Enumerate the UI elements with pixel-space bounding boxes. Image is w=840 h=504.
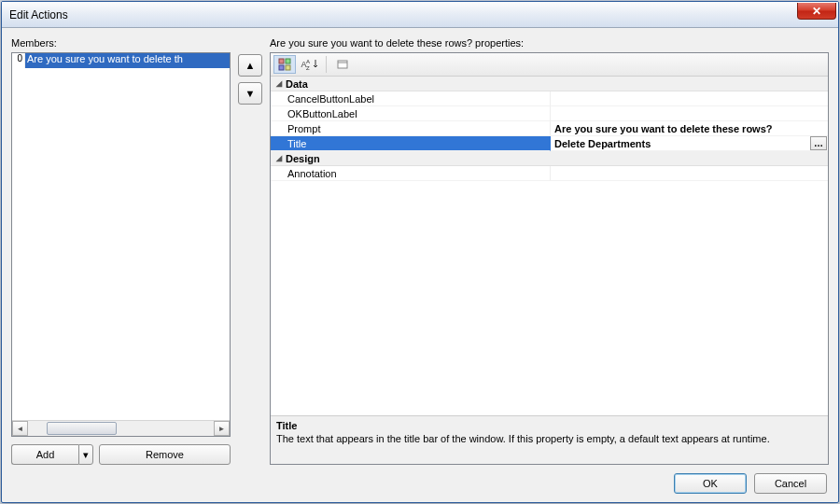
propgrid-toolbar: A AZ — [271, 53, 828, 77]
property-pages-button[interactable] — [331, 55, 354, 74]
chevron-left-icon: ◄ — [17, 425, 24, 433]
add-button[interactable]: Add — [11, 444, 78, 465]
cancel-button[interactable]: Cancel — [754, 473, 827, 494]
svg-text:A: A — [306, 59, 310, 64]
properties-header: Are you sure you want to delete these ro… — [270, 37, 829, 49]
arrow-down-icon: ▼ — [245, 88, 256, 99]
dialog-window: Edit Actions ✕ Members: 0 Are you sure y… — [1, 1, 839, 503]
svg-rect-0 — [279, 59, 284, 63]
pages-icon — [336, 58, 349, 71]
description-title: Title — [276, 420, 822, 431]
ellipsis-button[interactable]: … — [810, 136, 827, 150]
svg-rect-3 — [286, 65, 290, 70]
property-value-text: Delete Departments — [554, 138, 651, 149]
collapse-icon[interactable]: ◢ — [273, 154, 286, 162]
move-down-button[interactable]: ▼ — [238, 82, 262, 105]
category-name: Design — [286, 153, 320, 164]
list-item-index: 0 — [12, 53, 25, 68]
property-value[interactable] — [551, 166, 828, 181]
property-row-selected[interactable]: Title Delete Departments … — [271, 136, 828, 151]
property-value[interactable]: Delete Departments … — [551, 136, 828, 151]
property-name: Title — [271, 136, 551, 151]
remove-button[interactable]: Remove — [99, 444, 231, 465]
property-row[interactable]: Prompt Are you sure you want to delete t… — [271, 121, 828, 136]
property-row[interactable]: Annotation — [271, 166, 828, 181]
svg-text:Z: Z — [306, 65, 310, 71]
property-value[interactable] — [551, 106, 828, 121]
svg-rect-2 — [279, 65, 284, 70]
members-buttons: Add ▾ Remove — [11, 444, 231, 465]
horizontal-scrollbar[interactable]: ◄ ► — [12, 420, 230, 436]
svg-rect-1 — [286, 59, 290, 63]
property-row[interactable]: OKButtonLabel — [271, 106, 828, 121]
collapse-icon[interactable]: ◢ — [273, 79, 286, 88]
property-name: Prompt — [271, 121, 551, 136]
propgrid-body[interactable]: ◢Data CancelButtonLabel OKButtonLabel Pr… — [271, 77, 828, 415]
members-listbox[interactable]: 0 Are you sure you want to delete th ◄ ► — [11, 52, 231, 437]
close-button[interactable]: ✕ — [797, 3, 836, 20]
property-description: Title The text that appears in the title… — [271, 415, 828, 464]
list-item-text: Are you sure you want to delete th — [25, 53, 230, 68]
property-name: CancelButtonLabel — [271, 91, 551, 106]
scroll-track[interactable] — [28, 421, 214, 436]
alphabetical-button[interactable]: A AZ — [299, 55, 321, 74]
categorized-button[interactable] — [273, 55, 296, 74]
toolbar-separator — [326, 56, 327, 73]
property-value[interactable]: Are you sure you want to delete these ro… — [551, 121, 828, 136]
move-up-button[interactable]: ▲ — [238, 54, 262, 77]
scroll-left-button[interactable]: ◄ — [12, 421, 28, 436]
scroll-right-button[interactable]: ► — [214, 421, 230, 436]
titlebar[interactable]: Edit Actions ✕ — [2, 2, 838, 28]
property-grid: A AZ ◢Data CancelButtonLabel — [270, 52, 829, 465]
dialog-footer: OK Cancel — [2, 465, 838, 502]
category-row[interactable]: ◢Design — [271, 151, 828, 166]
properties-pane: Are you sure you want to delete these ro… — [270, 37, 829, 465]
categorized-icon — [278, 58, 291, 71]
property-name: OKButtonLabel — [271, 106, 551, 121]
reorder-buttons: ▲ ▼ — [238, 37, 262, 465]
close-icon: ✕ — [812, 6, 821, 17]
ok-button[interactable]: OK — [674, 473, 747, 494]
window-title: Edit Actions — [9, 8, 68, 21]
description-text: The text that appears in the title bar o… — [276, 433, 822, 444]
chevron-right-icon: ► — [218, 425, 226, 433]
members-label: Members: — [11, 37, 231, 49]
property-row[interactable]: CancelButtonLabel — [271, 91, 828, 106]
sort-alpha-icon-svg: AZ — [306, 58, 319, 71]
chevron-down-icon: ▾ — [83, 449, 89, 461]
category-row[interactable]: ◢Data — [271, 77, 828, 91]
add-dropdown-button[interactable]: ▾ — [78, 444, 93, 465]
svg-rect-6 — [338, 61, 347, 68]
scroll-thumb[interactable] — [47, 422, 117, 435]
list-item[interactable]: 0 Are you sure you want to delete th — [12, 53, 230, 68]
property-value[interactable] — [551, 91, 828, 106]
content-area: Members: 0 Are you sure you want to dele… — [2, 28, 838, 465]
arrow-up-icon: ▲ — [245, 60, 256, 71]
category-name: Data — [286, 78, 308, 90]
property-name: Annotation — [271, 166, 551, 181]
members-pane: Members: 0 Are you sure you want to dele… — [11, 37, 231, 465]
